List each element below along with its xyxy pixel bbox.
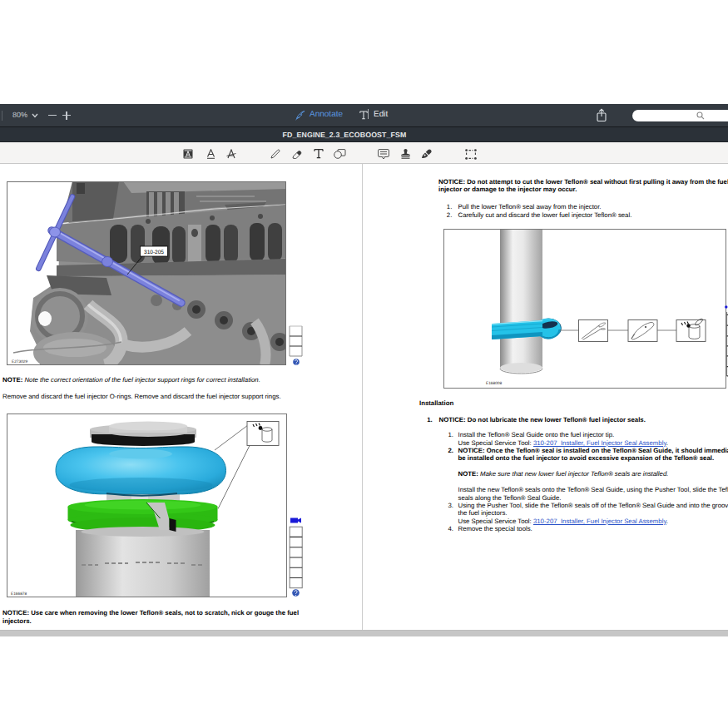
svg-text:E273029: E273029 xyxy=(12,359,28,364)
svg-text:310-205: 310-205 xyxy=(144,250,164,255)
svg-text:E166878: E166878 xyxy=(11,592,27,597)
svg-text:E168008: E168008 xyxy=(486,381,503,386)
